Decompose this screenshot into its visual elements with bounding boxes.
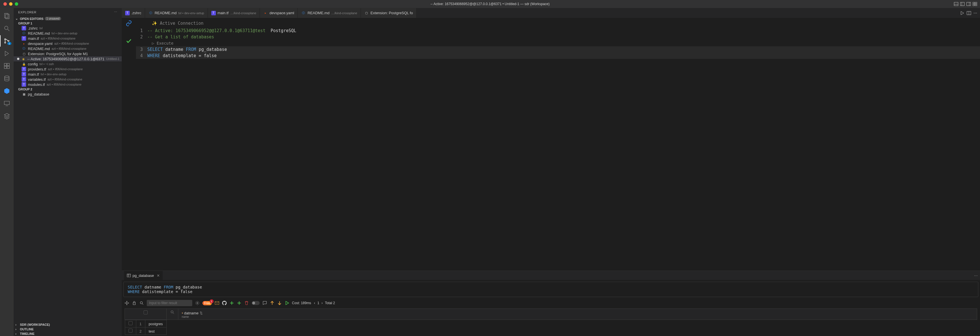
tree-item[interactable]: Tproviders.tf azt • if06/kind-crossplane: [14, 67, 122, 71]
next-page-icon[interactable]: ›: [321, 301, 323, 305]
row-index: 1: [136, 320, 145, 328]
toggle-secondary-icon[interactable]: [966, 2, 971, 6]
editor-tab[interactable]: ▸devspace.yaml: [260, 8, 298, 18]
file-name: devspace.yaml: [28, 41, 52, 46]
grid-row[interactable]: 2test: [125, 328, 166, 335]
customize-layout-icon[interactable]: [973, 2, 977, 6]
activity-explorer[interactable]: [0, 10, 14, 22]
unsaved-pill: 1 unsaved: [45, 17, 61, 21]
lock-icon[interactable]: [132, 301, 137, 305]
tree-item[interactable]: ⓘREADME.md azt • if06/kind-crossplane: [14, 46, 122, 51]
editor-tabs: T.zshrcⓘREADME.mdtvl • dev-env-setupTmai…: [122, 8, 980, 18]
layout-controls: [954, 2, 980, 6]
execute-codelens[interactable]: ▷ Execute: [136, 40, 980, 46]
link-icon[interactable]: [126, 20, 132, 27]
arrow-down-icon[interactable]: [277, 301, 282, 305]
tree-item[interactable]: ▢Extension: PostgreSQL for Apple M1: [14, 51, 122, 56]
tree-item[interactable]: T.zshrc tvl: [14, 25, 122, 31]
cell-value[interactable]: test: [145, 328, 166, 335]
activity-scm[interactable]: 1: [0, 35, 14, 47]
plus-icon[interactable]: [229, 301, 234, 305]
toggle-panel-icon[interactable]: [954, 2, 958, 6]
close-icon[interactable]: ✕: [157, 273, 160, 278]
tab-desc: …/kind-crossplane: [331, 11, 357, 15]
editor-tab[interactable]: ⓘREADME.mdtvl • dev-env-setup: [145, 8, 208, 18]
open-editors-header[interactable]: ⌄ OPEN EDITORS 1 unsaved: [14, 16, 122, 21]
tree-item[interactable]: Tmain.tf azt • if06/kind-crossplane: [14, 36, 122, 41]
comment-icon[interactable]: [262, 301, 267, 305]
sidebar-more-icon[interactable]: ⋯: [114, 10, 118, 14]
close-window[interactable]: [3, 2, 7, 6]
more-icon[interactable]: ⋯: [974, 11, 977, 15]
editor-body[interactable]: ✨ Active Connection 1-- Active: 16753490…: [122, 18, 980, 271]
activity-kubernetes[interactable]: [0, 85, 14, 97]
code-line[interactable]: 4WHERE datistemplate = false: [136, 52, 980, 59]
tree-item[interactable]: ▸devspace.yaml azt • if06/kind-crossplan…: [14, 41, 122, 46]
toggle-sidebar-icon[interactable]: [960, 2, 965, 6]
tab-label: devspace.yaml: [270, 11, 294, 15]
editor-tab[interactable]: T.zshrc: [122, 8, 145, 18]
plus-icon[interactable]: [237, 301, 242, 305]
file-desc: tvl • dev-env-setup: [51, 32, 77, 35]
file-desc: azt • if06/kind-crossplane: [48, 67, 83, 71]
select-all-cell[interactable]: [125, 309, 167, 320]
tree-item[interactable]: Tvariables.tf azt • if06/kind-crossplane: [14, 77, 122, 82]
workspace-header[interactable]: ›SDR (WORKSPACE): [14, 322, 122, 327]
file-desc: azt • if06/kind-crossplane: [54, 42, 89, 45]
tree-item[interactable]: ⓘREADME.md tvl • dev-env-setup: [14, 31, 122, 36]
pager: ‹ 1 › Total 2: [314, 301, 335, 305]
cell-value[interactable]: postgres: [145, 320, 166, 328]
tree-item[interactable]: Tmain.tf tvl • dev-env-setup: [14, 71, 122, 77]
prev-page-icon[interactable]: ‹: [314, 301, 315, 305]
activity-extensions[interactable]: [0, 60, 14, 71]
tree-item[interactable]: 🔒config tvl • ~/.ssh: [14, 62, 122, 67]
search-col-cell[interactable]: [167, 309, 178, 320]
split-icon[interactable]: [967, 11, 971, 15]
row-select[interactable]: [125, 320, 136, 328]
github-icon[interactable]: [222, 301, 227, 305]
play-icon[interactable]: [285, 301, 289, 305]
run-icon[interactable]: [960, 11, 964, 15]
tree-item[interactable]: Tmodules.tf azt • if06/kind-crossplane: [14, 82, 122, 87]
file-desc: tvl: [40, 27, 43, 30]
code-line[interactable]: 3SELECT datname FROM pg_database: [136, 46, 980, 52]
file-desc: azt • if06/kind-crossplane: [47, 83, 81, 86]
code-editor[interactable]: ✨ Active Connection 1-- Active: 16753490…: [136, 18, 980, 271]
panel-more-icon[interactable]: ⋯: [974, 273, 978, 278]
activity-search[interactable]: [0, 23, 14, 34]
mail-icon[interactable]: [215, 301, 219, 305]
free-badge[interactable]: Free1: [202, 301, 212, 305]
editor-tab[interactable]: Tmain.tf…/kind-crossplane: [208, 8, 260, 18]
tree-item[interactable]: ◉-- Active: 1675349066952@@127.0.0.1@637…: [14, 56, 122, 62]
tree-item[interactable]: ▦pg_database: [14, 92, 122, 97]
toggle-switch[interactable]: [252, 301, 259, 305]
activity-database[interactable]: [0, 73, 14, 84]
cost-label: Cost: 189ms: [292, 301, 311, 305]
maximize-window[interactable]: [15, 2, 18, 6]
editor-tab[interactable]: ▢Extension: PostgreSQL fo: [361, 8, 417, 18]
activity-run[interactable]: [0, 48, 14, 59]
svg-rect-8: [973, 4, 975, 6]
arrow-up-icon[interactable]: [270, 301, 274, 305]
svg-point-42: [171, 311, 173, 313]
grid-row[interactable]: 1postgres: [125, 320, 166, 328]
open-editors-label: OPEN EDITORS: [20, 17, 43, 21]
outline-header[interactable]: ›OUTLINE: [14, 327, 122, 331]
check-icon: [126, 38, 132, 44]
code-line[interactable]: 2-- Get a list of databases: [136, 34, 980, 40]
column-header[interactable]: • datname ⇅ name: [178, 309, 977, 320]
settings-icon[interactable]: [195, 301, 200, 305]
minimize-window[interactable]: [9, 2, 13, 6]
editor-tab[interactable]: ⓘREADME.md…/kind-crossplane: [298, 8, 361, 18]
activity-stack[interactable]: [0, 110, 14, 122]
activity-remote[interactable]: [0, 98, 14, 109]
trash-icon[interactable]: [244, 301, 249, 305]
file-name: README.md: [28, 31, 50, 35]
timeline-header[interactable]: ›TIMELINE: [14, 331, 122, 336]
move-icon[interactable]: [124, 301, 129, 305]
filter-input[interactable]: [147, 300, 192, 306]
code-line[interactable]: 1-- Active: 1675349066952@@127.0.0.1@637…: [136, 28, 980, 34]
row-select[interactable]: [125, 328, 136, 335]
scm-badge: 1: [7, 42, 11, 45]
panel-tab-pgdatabase[interactable]: pg_database ✕: [124, 271, 163, 280]
